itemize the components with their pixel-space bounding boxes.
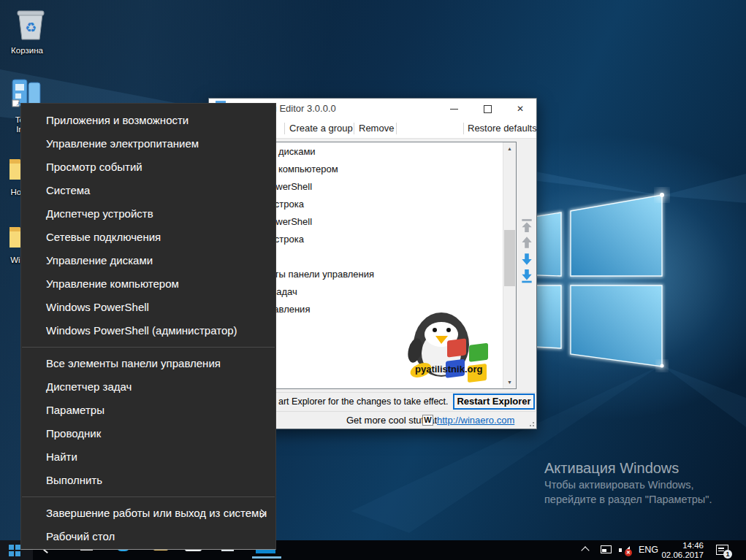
windows-logo-icon [9,545,20,556]
menu-item-powershell[interactable]: Windows PowerShell [21,296,275,319]
menu-item-task-manager[interactable]: Диспетчер задач [21,375,275,399]
restart-hint-text: art Explorer for the changes to take eff… [278,394,449,410]
winaero-link[interactable]: http://winaero.com [437,413,514,428]
menu-item-settings[interactable]: Параметры [21,399,275,422]
volume-muted-icon[interactable]: ✕ [619,546,632,555]
winx-power-menu: Приложения и возможности Управление элек… [20,103,276,550]
desktop-icon-recycle-bin[interactable]: ♻ Корзина [4,7,50,55]
menu-item-run[interactable]: Выполнить [21,469,275,492]
move-to-top-button[interactable] [519,218,534,233]
activation-watermark: Активация Windows Чтобы активировать Win… [544,459,712,507]
taskbar-clock[interactable]: 14:46 02.06.2017 [654,541,704,559]
move-down-button[interactable] [519,252,534,266]
scroll-up-arrow[interactable]: ▲ [503,142,516,155]
menu-item-device-manager[interactable]: Диспетчер устройств [21,202,275,226]
restart-explorer-button[interactable]: Restart Explorer [453,394,535,410]
scrollbar-thumb[interactable] [504,230,515,286]
menu-item-shutdown-signout[interactable]: Завершение работы или выход из системы [21,502,275,525]
minimize-button[interactable] [440,99,468,119]
submenu-chevron-icon [260,509,266,518]
menu-item-powershell-admin[interactable]: Windows PowerShell (администратор) [21,319,275,342]
clock-time: 14:46 [654,541,704,551]
icon-label: Корзина [4,46,50,55]
pyatilistnik-watermark: pyatilistnik.org [408,308,491,386]
menu-item-disk-management[interactable]: Управление дисками [21,249,275,272]
menu-item-file-explorer[interactable]: Проводник [21,422,275,445]
vertical-scrollbar[interactable]: ▲ ▼ [503,142,516,388]
recycle-bin-icon: ♻ [15,7,47,41]
create-group-button[interactable]: Create a group [289,121,353,136]
menu-item-control-panel-items[interactable]: Все элементы панели управления [21,352,275,375]
toolbar-separator [396,123,397,134]
winaero-logo-icon: W [422,415,433,426]
menu-separator [22,347,275,348]
activation-line1: Чтобы активировать Windows, [544,477,712,492]
toolbar-separator [354,123,354,134]
move-up-button[interactable] [519,235,534,250]
resize-grip-icon[interactable] [527,419,534,426]
menu-item-power-options[interactable]: Управление электропитанием [21,132,275,156]
scroll-down-arrow[interactable]: ▼ [503,376,516,388]
menu-item-computer-management[interactable]: Управление компьютером [21,272,275,296]
toolbar-separator [463,123,464,134]
menu-item-desktop[interactable]: Рабочий стол [21,525,275,548]
maximize-button[interactable] [473,99,501,119]
menu-item-apps-features[interactable]: Приложения и возможности [21,109,275,132]
network-icon[interactable] [601,545,612,553]
activation-line2: перейдите в раздел "Параметры". [544,492,712,507]
active-app-indicator [252,556,281,559]
notification-badge: 1 [723,550,732,559]
menu-item-system[interactable]: Система [21,179,275,202]
svg-text:♻: ♻ [25,20,37,35]
tray-chevron-icon[interactable] [581,546,589,554]
close-button[interactable]: ✕ [506,99,534,119]
activation-title: Активация Windows [544,459,712,477]
menu-separator [22,496,275,497]
move-to-bottom-button[interactable] [519,269,534,283]
watermark-text: pyatilistnik.org [415,364,483,375]
menu-item-label: Завершение работы или выход из системы [46,507,267,519]
menu-item-network-connections[interactable]: Сетевые подключения [21,226,275,249]
clock-date: 02.06.2017 [654,551,704,560]
menu-item-search[interactable]: Найти [21,445,275,469]
menu-item-event-viewer[interactable]: Просмотр событий [21,156,275,179]
toolbar-separator [284,123,285,134]
restore-defaults-button[interactable]: Restore defaults [468,121,537,136]
remove-button[interactable]: Remove [359,121,394,136]
